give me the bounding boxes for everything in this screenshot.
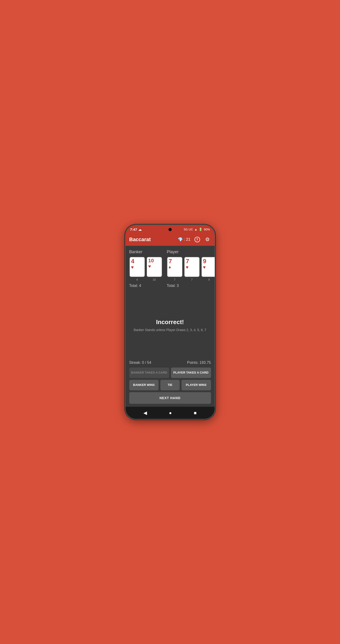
- player-section: Player 7 ♦ 7 7 ♥ 7: [167, 250, 215, 288]
- player-card2-number: 7: [184, 278, 200, 281]
- banker-cards: 4 ♥ 4 10 ♥ 10: [129, 257, 162, 281]
- main-content: Banker 4 ♥ 4 10 ♥ 10: [126, 246, 215, 359]
- banker-card-2: 10 ♥ 10: [146, 257, 162, 281]
- settings-icon: ⚙: [205, 236, 210, 242]
- status-bar: 7:47 5G UC ▲ 🔋 90%: [126, 225, 215, 233]
- player-card3-suit: ♥: [203, 264, 206, 270]
- app-bar: Baccarat 💎 : 21 ? ⚙: [126, 233, 215, 246]
- player-card2-suit: ♥: [186, 264, 189, 270]
- camera-dot: [168, 228, 172, 231]
- settings-button[interactable]: ⚙: [204, 236, 211, 243]
- player-card-2: 7 ♥ 7: [184, 257, 200, 281]
- result-title: Incorrect!: [156, 318, 184, 326]
- player-card3-number: 9: [201, 278, 215, 281]
- stats-row: Streak: 0 / 54 Points: 193.75: [129, 359, 211, 365]
- status-right: 5G UC ▲ 🔋 90%: [184, 228, 210, 231]
- cloud-icon: [138, 228, 142, 232]
- banker-total: Total: 4: [129, 284, 162, 288]
- banker-card2-suit: ♥: [148, 264, 151, 269]
- battery-label: 90%: [204, 228, 210, 231]
- network-label: 5G UC: [184, 228, 193, 231]
- nav-home-button[interactable]: ●: [169, 410, 172, 416]
- tie-button[interactable]: TIE: [160, 380, 179, 390]
- status-time: 7:47: [130, 228, 142, 232]
- banker-section: Banker 4 ♥ 4 10 ♥ 10: [129, 250, 162, 288]
- player-card3-value: 9: [203, 258, 206, 264]
- banker-takes-card-button[interactable]: BANKER TAKES A CARD: [129, 368, 169, 378]
- banker-card-1: 4 ♥ 4: [129, 257, 145, 281]
- points-label: Points: 193.75: [187, 360, 211, 365]
- signal-icon: ▲: [195, 228, 198, 231]
- battery-icon: 🔋: [199, 228, 202, 231]
- banker-card1-number: 4: [129, 278, 145, 281]
- outcome-buttons: BANKER WINS TIE PLAYER WINS: [129, 380, 211, 390]
- app-title: Baccarat: [129, 236, 151, 242]
- banker-card2-value: 10: [148, 258, 154, 263]
- nav-back-button[interactable]: ◀: [143, 410, 147, 416]
- gem-score: 💎 : 21: [178, 237, 190, 242]
- take-card-buttons: BANKER TAKES A CARD PLAYER TAKES A CARD: [129, 368, 211, 378]
- player-label: Player: [167, 250, 215, 254]
- player-total: Total: 3: [167, 284, 215, 288]
- player-card1-suit: ♦: [169, 264, 171, 270]
- streak-label: Streak: 0 / 54: [129, 360, 151, 365]
- banker-card2-number: 10: [146, 278, 162, 281]
- banker-label: Banker: [129, 250, 162, 254]
- result-area: Incorrect! Banker Stands unless Player D…: [129, 292, 211, 359]
- nav-bar: ◀ ● ■: [126, 406, 215, 419]
- banker-card1-value: 4: [131, 258, 134, 264]
- result-subtitle: Banker Stands unless Player Draws 2, 3, …: [134, 328, 206, 332]
- player-wins-button[interactable]: PLAYER WINS: [181, 380, 211, 390]
- bottom-section: Streak: 0 / 54 Points: 193.75 BANKER TAK…: [126, 359, 215, 406]
- nav-recent-button[interactable]: ■: [194, 410, 197, 416]
- player-card-1: 7 ♦ 7: [167, 257, 183, 281]
- phone-frame: 7:47 5G UC ▲ 🔋 90% Baccarat 💎 : 21 ? ⚙: [125, 224, 215, 420]
- camera-area: [168, 228, 172, 231]
- app-bar-right: 💎 : 21 ? ⚙: [178, 236, 211, 243]
- help-icon: ?: [195, 237, 200, 242]
- gem-icon: 💎: [178, 237, 183, 242]
- gem-label: : 21: [184, 237, 190, 242]
- player-card1-value: 7: [169, 258, 172, 264]
- player-cards: 7 ♦ 7 7 ♥ 7 9: [167, 257, 215, 281]
- player-card-3: 9 ♥ 9: [201, 257, 215, 281]
- player-card1-number: 7: [167, 278, 183, 281]
- next-hand-button[interactable]: NEXT HAND: [129, 392, 211, 404]
- help-button[interactable]: ?: [194, 236, 201, 243]
- hands-row: Banker 4 ♥ 4 10 ♥ 10: [129, 250, 211, 288]
- player-takes-card-button[interactable]: PLAYER TAKES A CARD: [171, 368, 211, 378]
- banker-wins-button[interactable]: BANKER WINS: [129, 380, 159, 390]
- banker-card1-suit: ♥: [131, 264, 134, 270]
- time-label: 7:47: [130, 228, 137, 232]
- player-card2-value: 7: [186, 258, 189, 264]
